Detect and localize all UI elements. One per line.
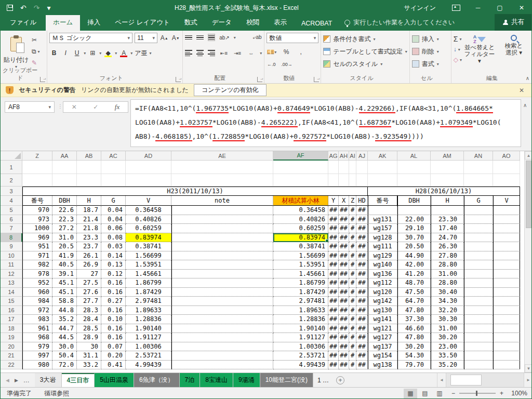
cell-AJ7[interactable]: ## [356, 224, 368, 233]
save-icon[interactable] [7, 5, 13, 11]
cell-AA2[interactable] [52, 174, 77, 187]
insert-cells-button[interactable]: 挿入 ▾ [412, 33, 449, 45]
cell-AA22[interactable]: 72.0 [52, 361, 77, 370]
cell-AB22[interactable]: 33.2 [77, 361, 101, 370]
cell-AB21[interactable]: 31.1 [77, 351, 101, 361]
cell-header-AA4[interactable]: DBH [52, 196, 77, 206]
cell-AC18[interactable]: 0.16 [101, 324, 126, 334]
cell-AF13[interactable]: 1.86799 [273, 278, 328, 288]
sort-filter-button[interactable]: AZ 並べ替えとフィルター ▾ [463, 33, 496, 65]
column-header-AJ[interactable]: AJ [356, 151, 368, 161]
cell-AM13[interactable]: 28.80 [431, 278, 464, 288]
cell-AL1[interactable] [397, 161, 431, 174]
cell-AC2[interactable] [101, 174, 126, 187]
cell-AK14[interactable]: wg120 [368, 288, 397, 297]
cell-AG7[interactable]: ## [328, 224, 339, 233]
zoom-slider[interactable] [459, 393, 496, 394]
cell-AN18[interactable] [464, 324, 493, 334]
cell-AJ17[interactable]: ## [356, 315, 368, 324]
format-painter-button[interactable]: ✎ [32, 59, 40, 67]
cell-AH20[interactable]: ## [339, 342, 349, 352]
orientation-button[interactable]: ab↗ [219, 33, 230, 42]
row-header-5[interactable]: 5 [1, 206, 22, 215]
cell-AG5[interactable]: ## [328, 206, 339, 215]
cell-AI12[interactable]: # [349, 270, 356, 279]
cell-AA21[interactable]: 50.4 [52, 351, 77, 361]
ribbon-tab-ホーム[interactable]: ホーム [46, 15, 80, 31]
cell-Z22[interactable]: 980 [22, 361, 52, 370]
minimize-button[interactable]: ─ [467, 1, 489, 15]
cell-AJ5[interactable]: ## [356, 206, 368, 215]
cell-AI2[interactable] [349, 174, 356, 187]
cell-AA7[interactable]: 27.2 [52, 224, 77, 233]
cell-AF20[interactable]: 1.00306 [273, 342, 328, 352]
cell-AJ20[interactable]: ## [356, 342, 368, 352]
cell-AF22[interactable]: 4.99439 [273, 361, 328, 370]
cell-AK5[interactable] [368, 206, 397, 215]
cell-AF11[interactable]: 1.53951 [273, 260, 328, 270]
ribbon-tab-校閲[interactable]: 校閲 [239, 15, 267, 31]
cell-AH7[interactable]: ## [339, 224, 349, 233]
cell-AE2[interactable] [171, 174, 273, 187]
chevron-down-icon[interactable]: ▾ [260, 51, 262, 56]
cell-AA8[interactable]: 31.0 [52, 233, 77, 243]
cell-AA9[interactable]: 20.5 [52, 242, 77, 251]
row-header-11[interactable]: 11 [1, 260, 22, 270]
cell-AO2[interactable] [493, 174, 520, 187]
decrease-font-button[interactable]: A▼ [171, 33, 180, 43]
cell-AO9[interactable] [493, 242, 520, 251]
increase-indent-button[interactable]: ⇥≡ [233, 48, 242, 58]
row-header-16[interactable]: 16 [1, 306, 22, 315]
ribbon-tab-挿入[interactable]: 挿入 [80, 15, 108, 31]
accounting-format-button[interactable]: 💴▾ [267, 47, 276, 57]
cell-AI5[interactable]: # [349, 206, 356, 215]
cell-AH21[interactable]: ## [339, 351, 349, 361]
cell-AE5[interactable] [171, 206, 273, 215]
cell-AB14[interactable]: 27.6 [77, 288, 101, 297]
cell-AE21[interactable] [171, 351, 273, 361]
cell-AB5[interactable]: 18.7 [77, 206, 101, 215]
cell-AE14[interactable] [171, 288, 273, 297]
cell-AH1[interactable] [339, 161, 349, 174]
row-header-18[interactable]: 18 [1, 324, 22, 334]
cell-AM7[interactable]: 17.40 [431, 224, 464, 233]
cell-AO13[interactable] [493, 278, 520, 288]
cell-AA12[interactable]: 39.1 [52, 270, 77, 279]
cell-AB10[interactable]: 26.1 [77, 251, 101, 261]
cell-AD14[interactable]: 1.87429 [126, 288, 171, 297]
cell-AD16[interactable]: 1.89633 [126, 306, 171, 315]
cell-AF18[interactable]: 1.90140 [273, 324, 328, 334]
zoom-in-button[interactable]: + [500, 390, 503, 397]
zoom-slider-thumb[interactable] [476, 391, 477, 396]
cell-header-AN4[interactable]: G [464, 196, 493, 206]
alignment-dialog-launcher[interactable] [257, 77, 262, 82]
cell-Z12[interactable]: 978 [22, 270, 52, 279]
increase-decimal-button[interactable]: ←.0 [267, 60, 276, 69]
horizontal-scrollbar-thumb[interactable] [450, 375, 482, 385]
cell-AG22[interactable]: ## [328, 361, 339, 370]
cell-AI9[interactable]: # [349, 242, 356, 251]
fill-button[interactable]: ↓▾ [454, 45, 462, 54]
row-header-20[interactable]: 20 [1, 342, 22, 352]
clear-button[interactable]: ◇▾ [454, 56, 462, 64]
row-header-9[interactable]: 9 [1, 242, 22, 251]
number-format-combo[interactable]: 数値 ▾ [267, 33, 318, 43]
cell-Z9[interactable]: 951 [22, 242, 52, 251]
ribbon-tab-数式[interactable]: 数式 [177, 15, 205, 31]
cell-AC10[interactable]: 0.14 [101, 251, 126, 261]
qat-customize-icon[interactable]: ▾ [47, 4, 50, 11]
cell-AE8[interactable] [171, 233, 273, 243]
column-header-AN[interactable]: AN [464, 151, 493, 161]
cell-AH14[interactable]: ## [339, 288, 349, 297]
cell-AN14[interactable] [464, 288, 493, 297]
cell-AL21[interactable]: 54.30 [397, 351, 431, 361]
cell-header-AG4[interactable]: Y [328, 196, 339, 206]
row-header-19[interactable]: 19 [1, 333, 22, 342]
cell-AF10[interactable]: 1.56699 [273, 251, 328, 261]
cell-AG15[interactable]: ## [328, 297, 339, 306]
ribbon-tab-データ[interactable]: データ [205, 15, 239, 31]
cell-AM11[interactable]: 28.80 [431, 260, 464, 270]
cell-AM9[interactable]: 26.30 [431, 242, 464, 251]
sheet-tab-5山田温泉[interactable]: 5山田温泉 [95, 373, 134, 387]
cell-AG18[interactable]: ## [328, 324, 339, 334]
